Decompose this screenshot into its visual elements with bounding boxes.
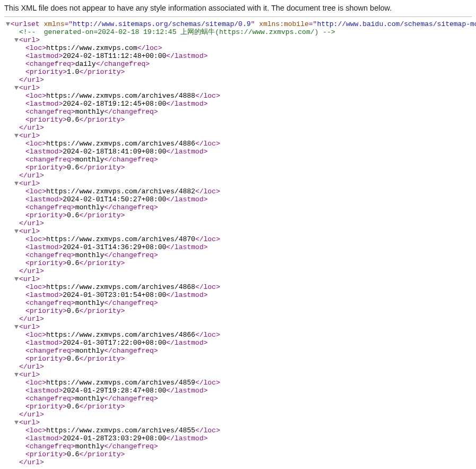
xml-tag: </loc> — [195, 283, 220, 291]
xml-text: monthly — [75, 203, 105, 211]
xml-line: ▼<url> — [4, 419, 476, 427]
xml-text: 2024-01-30T23:01:54+08:00 — [63, 291, 166, 299]
xml-text: https://www.zxmvps.com/archives/4886 — [46, 140, 195, 148]
xml-tag: </priority> — [79, 403, 125, 411]
xml-line: </url> — [4, 458, 476, 466]
xml-line: <loc>https://www.zxmvps.com/archives/488… — [4, 92, 476, 100]
xml-line: <lastmod>2024-02-01T14:50:27+08:00</last… — [4, 195, 476, 203]
xml-tag: <changefreq> — [25, 203, 75, 211]
xml-line: <priority>0.6</priority> — [4, 307, 476, 315]
xml-line: </url> — [4, 267, 476, 275]
xml-tag: </priority> — [79, 355, 125, 363]
xml-tag: <lastmod> — [25, 291, 63, 299]
xml-line: <loc>https://www.zxmvps.com/archives/488… — [4, 187, 476, 195]
expand-arrow-icon[interactable]: ▼ — [14, 419, 19, 427]
xml-text: 2024-01-30T17:22:00+08:00 — [63, 339, 166, 347]
xml-text: 2024-01-31T14:36:29+08:00 — [63, 243, 166, 251]
xml-tag: <loc> — [25, 140, 46, 148]
xml-line: <lastmod>2024-01-31T14:36:29+08:00</last… — [4, 243, 476, 251]
xml-tag: <loc> — [25, 283, 46, 291]
xml-text: monthly — [75, 347, 105, 355]
xml-line: <lastmod>2024-01-30T23:01:54+08:00</last… — [4, 291, 476, 299]
xml-line: ▼<url> — [4, 323, 476, 331]
xml-text: https://www.zxmvps.com/archives/4859 — [46, 379, 195, 387]
xml-text: 0.6 — [67, 403, 79, 411]
xml-line: <changefreq>daily</changefreq> — [4, 60, 476, 68]
xml-line: <changefreq>monthly</changefreq> — [4, 442, 476, 450]
expand-arrow-icon[interactable]: ▼ — [14, 371, 19, 379]
xml-line: <priority>0.6</priority> — [4, 116, 476, 124]
xml-text: 2024-02-18T19:12:45+08:00 — [63, 100, 166, 108]
xml-tag: </changefreq> — [104, 395, 158, 403]
xml-text: https://www.zxmvps.com — [46, 44, 137, 52]
xml-tag: </url> — [19, 172, 44, 180]
xml-tag: </lastmod> — [166, 243, 207, 251]
xml-tag: <lastmod> — [25, 52, 63, 60]
xml-tag: <priority> — [25, 116, 67, 124]
xml-comment: <!-- generated-on=2024-02-18 19:12:45 上网… — [19, 28, 335, 36]
expand-arrow-icon[interactable]: ▼ — [14, 227, 19, 235]
xml-text: 0.6 — [67, 164, 79, 172]
xml-line: <changefreq>monthly</changefreq> — [4, 299, 476, 307]
xml-line: <priority>0.6</priority> — [4, 450, 476, 458]
xml-tag: <loc> — [25, 92, 46, 100]
xml-text: monthly — [75, 156, 105, 164]
xml-tag: </loc> — [195, 92, 220, 100]
xml-line: <changefreq>monthly</changefreq> — [4, 203, 476, 211]
xml-line: ▼<url> — [4, 371, 476, 379]
xml-line: <changefreq>monthly</changefreq> — [4, 347, 476, 355]
xml-tag: </lastmod> — [166, 291, 207, 299]
xml-line: <changefreq>monthly</changefreq> — [4, 395, 476, 403]
xml-tag: </lastmod> — [166, 339, 207, 347]
xml-tag: </url> — [19, 363, 44, 371]
xml-text: monthly — [75, 395, 105, 403]
expand-arrow-icon[interactable]: ▼ — [14, 323, 19, 331]
xml-text: 0.6 — [67, 259, 79, 267]
expand-arrow-icon[interactable]: ▼ — [14, 84, 19, 92]
xml-tag: <changefreq> — [25, 395, 75, 403]
xml-tag: </priority> — [79, 307, 125, 315]
xml-tag: </loc> — [195, 187, 220, 195]
xml-line: </url> — [4, 76, 476, 84]
xml-tag: <lastmod> — [25, 100, 63, 108]
xml-text: 0.6 — [67, 116, 79, 124]
xml-tag: </loc> — [195, 331, 220, 339]
xml-line: </url> — [4, 411, 476, 419]
xml-tag: </changefreq> — [104, 156, 158, 164]
xml-tag: <lastmod> — [25, 195, 63, 203]
xml-text: 2024-02-01T14:50:27+08:00 — [63, 195, 166, 203]
xml-text: monthly — [75, 299, 105, 307]
xml-tag: <url> — [19, 323, 40, 331]
xml-tag: <changefreq> — [25, 156, 75, 164]
xml-tag: <changefreq> — [25, 299, 75, 307]
xml-line: </url> — [4, 315, 476, 323]
xml-text: 2024-02-18T18:41:09+08:00 — [63, 148, 166, 156]
xml-line: <loc>https://www.zxmvps.com/archives/485… — [4, 427, 476, 434]
xml-tag: </changefreq> — [96, 60, 150, 68]
xml-tag: <url> — [19, 132, 40, 140]
expand-arrow-icon[interactable]: ▼ — [14, 180, 19, 187]
xml-tag: <urlset — [11, 20, 40, 28]
xml-attr-name: xmlns:mobile — [259, 20, 309, 28]
xml-text: https://www.zxmvps.com/archives/4870 — [46, 235, 195, 243]
expand-arrow-icon[interactable]: ▼ — [14, 275, 19, 283]
expand-arrow-icon[interactable]: ▼ — [14, 36, 19, 44]
xml-tag: </url> — [19, 267, 44, 275]
divider — [4, 16, 472, 17]
xml-tag: <priority> — [25, 68, 67, 76]
expand-arrow-icon[interactable]: ▼ — [14, 132, 19, 140]
expand-arrow-icon[interactable]: ▼ — [5, 20, 11, 28]
xml-tag: <priority> — [25, 403, 67, 411]
xml-tag: <priority> — [25, 164, 67, 172]
xml-tag: </loc> — [195, 235, 220, 243]
xml-tag: </lastmod> — [166, 195, 207, 203]
xml-tag: </changefreq> — [104, 203, 158, 211]
xml-tag: <lastmod> — [25, 387, 63, 395]
xml-tag: <url> — [19, 36, 40, 44]
xml-line: <priority>0.6</priority> — [4, 259, 476, 267]
xml-tag: </url> — [19, 411, 44, 419]
xml-tag: <priority> — [25, 307, 67, 315]
xml-line: <changefreq>monthly</changefreq> — [4, 251, 476, 259]
xml-punct: =" — [309, 20, 317, 28]
xml-tag: <url> — [19, 180, 40, 187]
